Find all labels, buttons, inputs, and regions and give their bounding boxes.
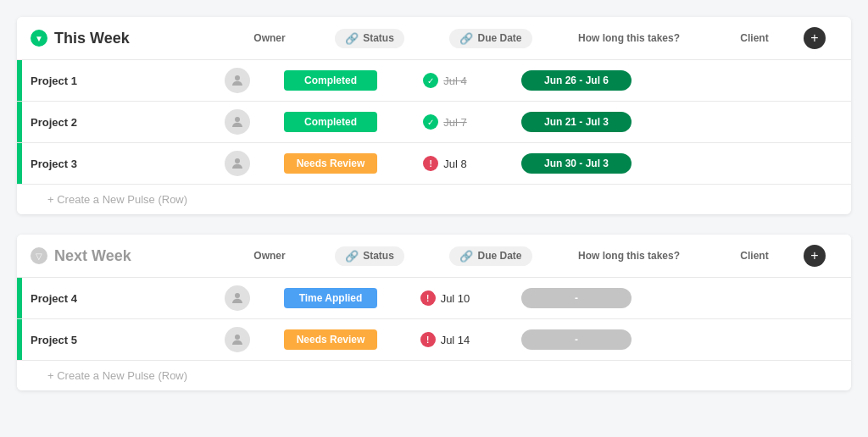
chevron-icon[interactable]: ▼	[31, 30, 47, 47]
link-icon-status: 🔗	[345, 250, 359, 263]
howlong-badge-empty: -	[521, 329, 632, 350]
due-date-text: Jul 4	[443, 75, 466, 87]
row-owner	[203, 109, 271, 135]
col-add-header[interactable]: +	[804, 27, 837, 49]
chevron-icon[interactable]: ▽	[31, 247, 47, 264]
col-status-header: 🔗 Status	[310, 246, 429, 266]
table-row: Project 3 Needs Review ! Jul 8	[17, 143, 851, 185]
avatar	[225, 109, 250, 135]
duedate-col-label: Due Date	[477, 250, 521, 262]
status-badge[interactable]: Needs Review	[284, 153, 377, 174]
status-col-label: Status	[363, 32, 394, 44]
due-warn-icon: !	[423, 156, 438, 171]
section-header: ▼ This Week Owner 🔗 Status 🔗 Due Date	[17, 17, 851, 60]
status-col-label: Status	[363, 250, 394, 262]
table-row: Project 5 Needs Review ! Jul 14	[17, 319, 851, 361]
row-duedate: ✓ Jul 7	[390, 114, 500, 130]
svg-point-0	[235, 75, 240, 80]
row-howlong: -	[500, 329, 653, 350]
duedate-col-label: Due Date	[477, 32, 521, 44]
col-add-header[interactable]: +	[804, 245, 837, 267]
row-status[interactable]: Needs Review	[271, 153, 390, 174]
svg-point-3	[235, 293, 240, 298]
add-column-button[interactable]: +	[804, 245, 826, 267]
due-ok-icon: ✓	[423, 114, 438, 130]
col-duedate-header: 🔗 Due Date	[436, 246, 546, 266]
svg-point-1	[235, 117, 240, 122]
row-duedate: ! Jul 10	[390, 290, 500, 306]
due-warn-icon: !	[420, 332, 436, 347]
section-title: This Week	[54, 30, 138, 47]
row-status[interactable]: Completed	[271, 112, 390, 132]
col-status-header: 🔗 Status	[310, 29, 429, 48]
avatar	[225, 68, 250, 93]
row-owner	[203, 285, 271, 311]
row-owner	[203, 68, 271, 93]
row-owner	[203, 151, 271, 176]
link-icon-duedate: 🔗	[459, 32, 473, 45]
howlong-badge: Jun 26 - Jul 6	[521, 70, 632, 91]
section-header: ▽ Next Week Owner 🔗 Status 🔗 Due Date	[17, 235, 851, 278]
svg-point-4	[235, 335, 240, 340]
col-howlong-header: How long this takes?	[553, 250, 705, 262]
table-row: Project 4 Time Applied ! Jul 10	[17, 278, 851, 319]
table-row: Project 1 Completed ✓ Jul 4	[17, 60, 851, 102]
row-indicator	[17, 143, 22, 184]
row-name: Project 5	[31, 334, 203, 346]
row-howlong: Jun 30 - Jul 3	[500, 153, 653, 174]
howlong-badge-empty: -	[521, 288, 632, 308]
section-next-week: ▽ Next Week Owner 🔗 Status 🔗 Due Date	[17, 235, 851, 390]
row-owner	[203, 327, 271, 352]
row-indicator	[17, 319, 22, 360]
link-icon-duedate: 🔗	[459, 250, 473, 263]
row-indicator	[17, 278, 22, 318]
row-howlong: -	[500, 288, 653, 308]
status-badge[interactable]: Completed	[284, 70, 377, 91]
due-date-text: Jul 14	[441, 334, 470, 346]
row-indicator	[17, 102, 22, 142]
due-date-text: Jul 10	[441, 292, 470, 305]
link-icon-status: 🔗	[345, 32, 359, 45]
status-badge[interactable]: Completed	[284, 112, 377, 132]
table-row: Project 2 Completed ✓ Jul 7	[17, 102, 851, 143]
create-row-button[interactable]: + Create a New Pulse (Row)	[17, 185, 851, 214]
avatar	[225, 285, 250, 311]
row-name: Project 2	[31, 116, 203, 129]
row-name: Project 1	[31, 75, 203, 87]
row-status[interactable]: Completed	[271, 70, 390, 91]
row-duedate: ! Jul 14	[390, 332, 500, 347]
col-howlong-header: How long this takes?	[553, 32, 705, 44]
add-column-button[interactable]: +	[804, 27, 826, 49]
create-row-button[interactable]: + Create a New Pulse (Row)	[17, 361, 851, 390]
row-howlong: Jun 26 - Jul 6	[500, 70, 653, 91]
row-howlong: Jun 21 - Jul 3	[500, 112, 653, 132]
due-warn-icon: !	[420, 290, 436, 306]
row-indicator	[17, 60, 22, 101]
row-duedate: ! Jul 8	[390, 156, 500, 171]
avatar	[225, 327, 250, 352]
row-status[interactable]: Time Applied	[271, 288, 390, 308]
howlong-badge: Jun 30 - Jul 3	[521, 153, 632, 174]
svg-point-2	[235, 158, 240, 163]
col-owner-header: Owner	[236, 250, 303, 262]
howlong-badge: Jun 21 - Jul 3	[521, 112, 632, 132]
due-date-text: Jul 7	[443, 116, 466, 129]
section-this-week: ▼ This Week Owner 🔗 Status 🔗 Due Date	[17, 17, 851, 214]
col-client-header: Client	[712, 32, 797, 44]
row-name: Project 3	[31, 158, 203, 170]
due-date-text: Jul 8	[443, 158, 466, 170]
section-title: Next Week	[54, 247, 138, 265]
status-badge[interactable]: Needs Review	[284, 329, 377, 350]
col-client-header: Client	[712, 250, 797, 262]
row-name: Project 4	[31, 292, 203, 305]
due-ok-icon: ✓	[423, 73, 438, 88]
avatar	[225, 151, 250, 176]
col-duedate-header: 🔗 Due Date	[436, 29, 546, 48]
col-owner-header: Owner	[236, 32, 303, 44]
row-status[interactable]: Needs Review	[271, 329, 390, 350]
status-badge[interactable]: Time Applied	[284, 288, 377, 308]
row-duedate: ✓ Jul 4	[390, 73, 500, 88]
